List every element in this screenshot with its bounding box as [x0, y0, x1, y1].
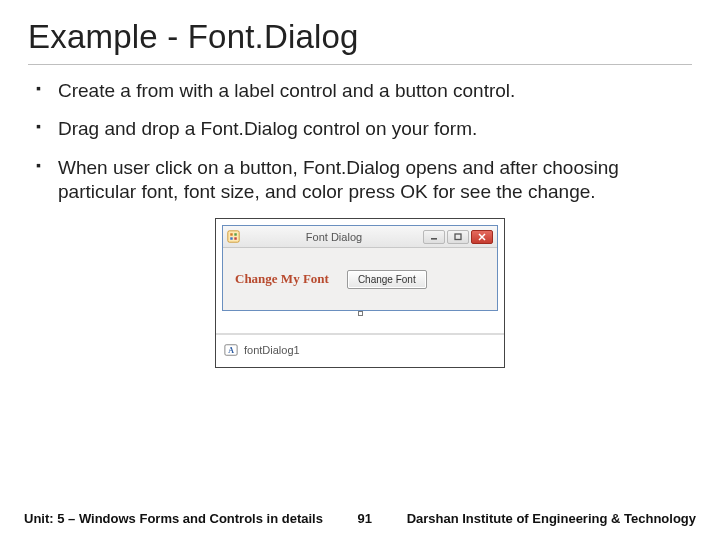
- svg-rect-3: [230, 238, 232, 240]
- resize-handles: [222, 311, 498, 317]
- slide-title: Example - Font.Dialog: [28, 18, 692, 65]
- change-font-button[interactable]: Change Font: [347, 270, 427, 289]
- svg-rect-6: [455, 234, 461, 240]
- minimize-button[interactable]: [423, 230, 445, 244]
- app-icon: [227, 230, 240, 243]
- footer-unit: Unit: 5 – Windows Forms and Controls in …: [24, 511, 323, 526]
- slide-footer: Unit: 5 – Windows Forms and Controls in …: [0, 511, 720, 526]
- winform-window: Font Dialog: [222, 225, 498, 311]
- svg-rect-1: [230, 234, 232, 236]
- figure-container: Font Dialog: [28, 218, 692, 368]
- resize-handle-icon: [358, 311, 363, 316]
- bullet-item: Drag and drop a Font.Dialog control on y…: [36, 117, 692, 141]
- svg-rect-2: [234, 234, 236, 236]
- component-tray-item[interactable]: fontDialog1: [244, 344, 300, 356]
- designer-screenshot: Font Dialog: [215, 218, 505, 368]
- footer-page-number: 91: [358, 511, 372, 526]
- svg-rect-5: [431, 238, 437, 240]
- form-client-area: Change My Font Change Font: [223, 248, 497, 310]
- slide: Example - Font.Dialog Create a from with…: [0, 0, 720, 540]
- svg-rect-4: [234, 238, 236, 240]
- footer-org: Darshan Institute of Engineering & Techn…: [407, 511, 696, 526]
- window-control-buttons: [423, 230, 493, 244]
- maximize-icon: [448, 231, 468, 243]
- titlebar: Font Dialog: [223, 226, 497, 248]
- demo-label: Change My Font: [235, 271, 329, 287]
- designer-canvas: Font Dialog: [216, 219, 504, 319]
- maximize-button[interactable]: [447, 230, 469, 244]
- bullet-item: Create a from with a label control and a…: [36, 79, 692, 103]
- minimize-icon: [424, 231, 444, 243]
- svg-text:A: A: [228, 346, 234, 355]
- close-button[interactable]: [471, 230, 493, 244]
- bullet-list: Create a from with a label control and a…: [28, 79, 692, 204]
- window-title: Font Dialog: [245, 231, 423, 243]
- close-icon: [472, 231, 492, 243]
- bullet-item: When user click on a button, Font.Dialog…: [36, 156, 692, 205]
- component-tray: A fontDialog1: [216, 335, 504, 367]
- fontdialog-icon: A: [224, 343, 238, 357]
- svg-rect-0: [228, 231, 239, 242]
